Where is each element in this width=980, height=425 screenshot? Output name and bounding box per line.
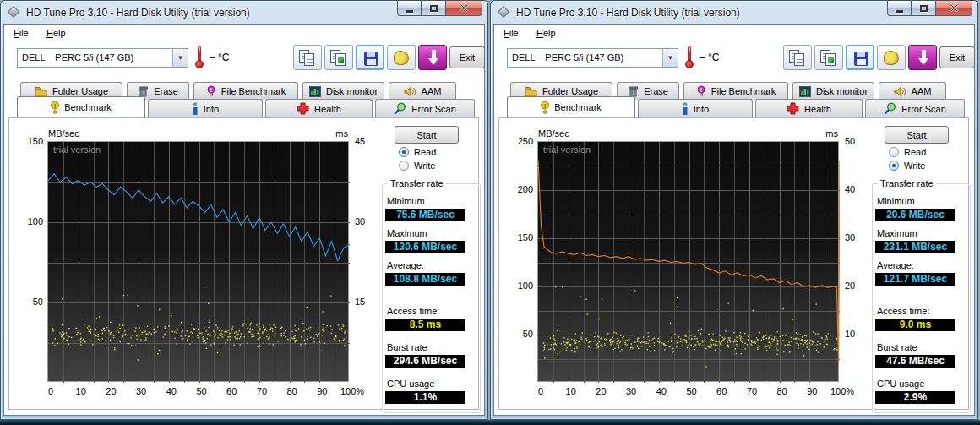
tab-error-scan[interactable]: Error Scan — [865, 99, 965, 117]
drive-select[interactable]: DELL PERC 5/i (147 GB) ▼ — [17, 48, 188, 68]
svg-text:!: ! — [54, 102, 57, 110]
exit-button[interactable]: Exit — [939, 46, 975, 68]
close-icon — [950, 3, 959, 13]
axis-tick-label: 30 — [355, 216, 380, 226]
save-button[interactable] — [356, 45, 384, 70]
tab-aam[interactable]: AAM — [389, 82, 456, 100]
app-icon — [8, 6, 19, 18]
maximize-button[interactable] — [911, 1, 936, 16]
axis-tick-label: 40 — [647, 386, 676, 396]
axis-tick-label: 40 — [157, 386, 186, 396]
tab-benchmark[interactable]: ! Benchmark — [507, 96, 635, 117]
drive-select[interactable]: DELL PERC 5/i (147 GB) ▼ — [507, 48, 678, 68]
start-button[interactable]: Start — [395, 126, 459, 144]
start-button[interactable]: Start — [885, 126, 949, 144]
minimum-value: 20.6 MB/sec — [875, 209, 956, 221]
health-cross-icon — [787, 102, 799, 115]
tab-disk-monitor[interactable]: Disk monitor — [302, 82, 384, 100]
title-bar[interactable]: HD Tune Pro 3.10 - Hard Disk Utility (tr… — [491, 1, 977, 24]
axis-tick-label: 15 — [355, 297, 380, 307]
tab-strip-bottom: ! Benchmark Info Health Error Scan — [17, 99, 475, 117]
copy-text-button[interactable] — [293, 45, 322, 70]
save-button[interactable] — [846, 45, 874, 70]
axis-tick-label: 20 — [845, 281, 870, 291]
radio-icon — [399, 147, 409, 157]
hand-icon — [884, 51, 899, 65]
axis-tick-label: 80 — [278, 386, 307, 396]
burst-rate-value: 47.6 MB/sec — [875, 355, 956, 368]
copy-text-button[interactable] — [783, 45, 812, 70]
radio-icon — [399, 161, 409, 171]
aam-button[interactable] — [387, 45, 416, 70]
minimum-label: Minimum — [387, 196, 480, 206]
folder-icon — [525, 86, 537, 97]
menu-help[interactable]: Help — [536, 28, 556, 38]
burst-rate-value: 294.6 MB/sec — [385, 355, 466, 368]
close-button[interactable] — [935, 1, 972, 16]
magnifier-icon — [394, 102, 406, 115]
read-radio-label: Read — [904, 147, 926, 157]
info-icon — [192, 102, 199, 115]
burst-rate-label: Burst rate — [877, 342, 970, 352]
tab-info[interactable]: Info — [638, 99, 753, 117]
axis-tick-label: 10 — [557, 386, 585, 396]
read-radio[interactable]: Read — [399, 147, 436, 157]
group-title: Transfer rate — [878, 178, 936, 188]
tab-label: Erase — [644, 86, 668, 96]
chevron-down-icon: ▼ — [172, 49, 188, 67]
maximize-button[interactable] — [421, 1, 446, 16]
tab-label: File Benchmark — [711, 86, 776, 96]
tab-file-benchmark[interactable]: ! File Benchmark — [683, 82, 788, 100]
tab-label: Health — [804, 104, 831, 114]
copy-image-button[interactable] — [324, 45, 353, 70]
axis-tick-label: 45 — [355, 136, 380, 146]
tab-health[interactable]: Health — [265, 99, 373, 117]
tab-health[interactable]: Health — [755, 99, 863, 117]
tab-label: Health — [314, 104, 341, 114]
thermometer-icon — [195, 46, 204, 68]
menu-file[interactable]: File — [504, 28, 519, 38]
tab-label: Folder Usage — [52, 86, 108, 96]
read-radio[interactable]: Read — [889, 147, 926, 157]
close-button[interactable] — [445, 1, 482, 16]
menu-file[interactable]: File — [14, 28, 29, 38]
minimize-button[interactable] — [887, 1, 912, 16]
tab-info[interactable]: Info — [148, 99, 263, 117]
minimize-button[interactable] — [397, 1, 422, 16]
app-window: HD Tune Pro 3.10 - Hard Disk Utility (tr… — [490, 0, 978, 420]
tab-disk-monitor[interactable]: Disk monitor — [792, 82, 874, 100]
bulb-yellow-icon: ! — [541, 101, 549, 114]
title-bar[interactable]: HD Tune Pro 3.10 - Hard Disk Utility (tr… — [1, 1, 487, 24]
menu-bar: File Help — [4, 25, 484, 42]
axis-tick-label: 70 — [248, 386, 276, 396]
copy-image-button[interactable] — [814, 45, 843, 70]
axis-tick-label: 50 — [188, 386, 216, 396]
tab-label: Benchmark — [554, 102, 602, 112]
minimize-icon — [896, 10, 903, 13]
download-button[interactable] — [908, 45, 937, 70]
tab-label: Info — [204, 104, 219, 114]
exit-button[interactable]: Exit — [449, 46, 485, 68]
axis-tick-label: 10 — [845, 329, 870, 339]
save-icon — [854, 52, 868, 66]
axis-tick-label: 0 — [36, 386, 65, 396]
toolbar — [293, 45, 447, 70]
hand-icon — [394, 51, 409, 65]
tab-error-scan[interactable]: Error Scan — [375, 99, 475, 117]
menu-help[interactable]: Help — [46, 28, 66, 38]
axis-tick-label: 80 — [768, 386, 797, 396]
download-button[interactable] — [418, 45, 447, 70]
aam-button[interactable] — [877, 45, 906, 70]
axis-tick-label: 20 — [96, 386, 125, 396]
save-icon — [364, 52, 378, 66]
tab-label: AAM — [422, 86, 442, 96]
tab-benchmark[interactable]: ! Benchmark — [17, 96, 145, 117]
tab-label: Benchmark — [64, 102, 112, 112]
left-axis-unit: MB/sec — [538, 128, 569, 139]
maximize-icon — [920, 5, 928, 12]
tab-file-benchmark[interactable]: ! File Benchmark — [193, 82, 298, 100]
svg-text:!: ! — [544, 102, 547, 110]
tab-aam[interactable]: AAM — [879, 82, 946, 100]
write-radio[interactable]: Write — [889, 161, 925, 171]
write-radio[interactable]: Write — [399, 161, 435, 171]
